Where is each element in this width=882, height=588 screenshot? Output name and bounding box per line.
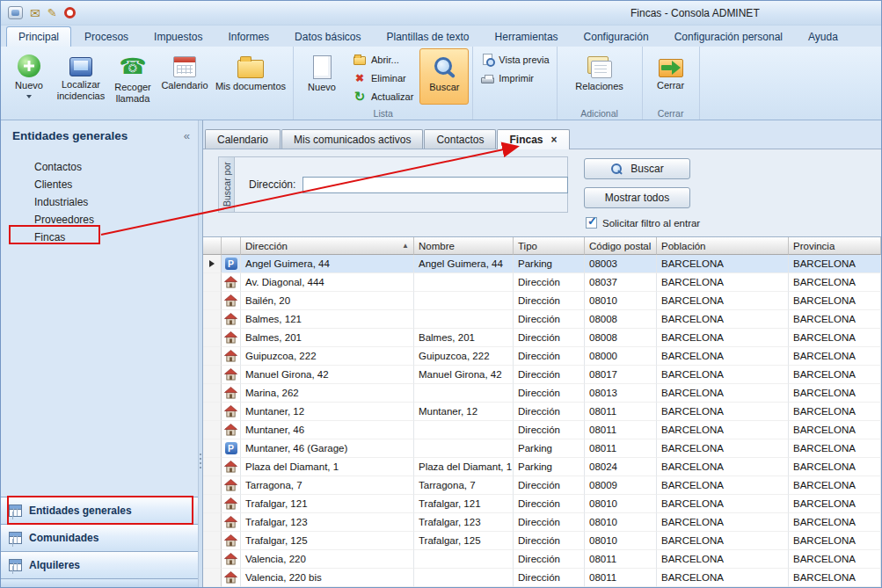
mis-documentos-button[interactable]: Mis documentos (212, 48, 289, 105)
table-icon (9, 505, 22, 517)
sidebar-item-industriales[interactable]: Industriales (1, 193, 198, 211)
collapse-sidebar-icon[interactable]: « (184, 129, 190, 142)
doc-tab-fincas[interactable]: Fincas× (497, 129, 569, 149)
mail-icon[interactable] (30, 6, 40, 20)
mostrar-todos-button[interactable]: Mostrar todos (584, 187, 690, 208)
grid-header-direccion[interactable]: Dirección▲ (241, 237, 414, 255)
grid-header-provincia[interactable]: Provincia (789, 237, 881, 255)
imprimir-button[interactable]: Imprimir (477, 70, 552, 85)
app-icon[interactable] (8, 6, 23, 19)
abrir-button[interactable]: Abrir... (349, 52, 417, 67)
column-label: Población (661, 241, 706, 251)
row-selector-cell[interactable] (203, 476, 222, 495)
doc-tab-label: Calendario (217, 134, 268, 146)
table-row[interactable]: Manuel Girona, 42Manuel Girona, 42Direcc… (203, 366, 881, 384)
sidebar-item-clientes[interactable]: Clientes (1, 176, 198, 193)
actualizar-button[interactable]: Actualizar (349, 89, 417, 104)
relaciones-button[interactable]: Relaciones (561, 48, 638, 105)
ribbon-tab-principal[interactable]: Principal (6, 26, 71, 47)
table-row[interactable]: Muntaner, 46Dirección08011BARCELONABARCE… (203, 421, 881, 439)
table-row[interactable]: Muntaner, 46 (Garage)Parking08011BARCELO… (203, 439, 881, 458)
row-selector-cell[interactable] (203, 366, 222, 384)
cerrar-button[interactable]: Cerrar (646, 48, 696, 105)
buscar-por-vertical-tab[interactable]: Buscar por (219, 157, 235, 212)
row-selector-cell[interactable] (203, 439, 222, 458)
sidebar-item-proveedores[interactable]: Proveedores (1, 211, 198, 229)
table-row[interactable]: Trafalgar, 125Trafalgar, 125Dirección080… (203, 532, 881, 550)
localizar-incidencias-button[interactable]: Localizar incidencias (56, 48, 106, 105)
doc-tab-contactos[interactable]: Contactos (424, 129, 496, 149)
table-row[interactable]: Muntaner, 12Muntaner, 12Dirección08011BA… (203, 403, 881, 421)
table-row[interactable]: Plaza del Diamant, 1Plaza del Diamant, 1… (203, 458, 881, 476)
nav-section-comunidades[interactable]: Comunidades (1, 524, 198, 551)
table-row[interactable]: Trafalgar, 123Trafalgar, 123Dirección080… (203, 513, 881, 532)
row-selector-cell[interactable] (203, 421, 222, 439)
recoger-llamada-button[interactable]: Recoger llamada (108, 48, 157, 106)
table-row[interactable]: Marina, 262Dirección08013BARCELONABARCEL… (203, 384, 881, 403)
ribbon-tab-informes[interactable]: Informes (215, 26, 281, 47)
notes-icon[interactable] (47, 6, 57, 19)
vista-previa-button[interactable]: Vista previa (477, 52, 552, 67)
checkbox-icon[interactable] (586, 217, 597, 229)
table-row[interactable]: Valencia, 220Dirección08011BARCELONABARC… (203, 550, 881, 569)
ribbon-tab-configuracion-personal[interactable]: Configuración personal (662, 26, 795, 47)
cell-direccion: Balmes, 121 (241, 310, 414, 329)
buscar-button[interactable]: Buscar (584, 158, 690, 179)
sidebar-item-contactos[interactable]: Contactos (1, 158, 198, 176)
table-row[interactable]: Av. Diagonal, 444Dirección08037BARCELONA… (203, 273, 881, 292)
table-row[interactable]: Valencia, 220 bisDirección08011BARCELONA… (203, 569, 881, 587)
table-row[interactable]: Trafalgar, 121Trafalgar, 121Dirección080… (203, 495, 881, 513)
table-row[interactable]: Balmes, 201Balmes, 201Dirección08008BARC… (203, 329, 881, 347)
row-selector-cell[interactable] (203, 273, 222, 292)
doc-tab-calendario[interactable]: Calendario (205, 129, 281, 149)
row-selector-cell[interactable] (203, 384, 222, 403)
table-row[interactable]: Angel Guimera, 44Angel Guimera, 44Parkin… (203, 255, 881, 273)
buscar-ribbon-button[interactable]: Buscar (419, 48, 469, 105)
row-selector-cell[interactable] (203, 310, 222, 329)
nuevo-button[interactable]: Nuevo (4, 48, 54, 105)
row-selector-cell[interactable] (203, 329, 222, 347)
calendario-button[interactable]: Calendario (160, 48, 209, 105)
direccion-input[interactable] (303, 177, 568, 193)
row-selector-cell[interactable] (203, 569, 222, 587)
grid-header-poblacion[interactable]: Población (657, 237, 789, 255)
grid-header-codigo-postal[interactable]: Código postal (585, 237, 657, 255)
cell-nombre: Muntaner, 12 (414, 403, 514, 421)
building-icon (224, 313, 237, 325)
solicitar-filtro-checkbox[interactable]: Solicitar filtro al entrar (586, 217, 700, 229)
eliminar-button[interactable]: Eliminar (349, 70, 417, 85)
table-row[interactable]: Balmes, 121Dirección08008BARCELONABARCEL… (203, 310, 881, 329)
close-tab-icon[interactable]: × (550, 134, 557, 145)
grid-header-tipo[interactable]: Tipo (514, 237, 585, 255)
row-selector-cell[interactable] (203, 550, 222, 569)
ribbon-tab-procesos[interactable]: Procesos (72, 26, 141, 47)
row-selector-cell[interactable] (203, 513, 222, 532)
table-row[interactable]: Bailén, 20Dirección08010BARCELONABARCELO… (203, 292, 881, 310)
nav-section-entidades-generales[interactable]: Entidades generales (1, 497, 198, 524)
nav-section-alquileres[interactable]: Alquileres (1, 551, 198, 578)
row-selector-cell[interactable] (203, 403, 222, 421)
ribbon-tab-datos-basicos[interactable]: Datos básicos (282, 26, 373, 47)
row-selector-cell[interactable] (203, 255, 222, 273)
sidebar-item-fincas[interactable]: Fincas (1, 229, 198, 246)
row-selector-cell[interactable] (203, 495, 222, 513)
row-selector-cell[interactable] (203, 458, 222, 476)
ribbon-tab-herramientas[interactable]: Herramientas (483, 26, 571, 47)
building-icon (224, 461, 237, 473)
cell-nombre (414, 421, 514, 439)
current-row-arrow-icon (209, 260, 215, 267)
table-row[interactable]: Tarragona, 7Tarragona, 7Dirección08009BA… (203, 476, 881, 495)
row-selector-cell[interactable] (203, 532, 222, 550)
record-icon[interactable] (64, 7, 76, 18)
grid-header-nombre[interactable]: Nombre (414, 237, 514, 255)
table-row[interactable]: Guipuzcoa, 222Guipuzcoa, 222Dirección080… (203, 347, 881, 366)
cell-cp: 08010 (585, 532, 657, 550)
ribbon-tab-ayuda[interactable]: Ayuda (796, 26, 850, 47)
row-selector-cell[interactable] (203, 347, 222, 366)
row-selector-cell[interactable] (203, 292, 222, 310)
ribbon-tab-impuestos[interactable]: Impuestos (142, 26, 215, 47)
doc-tab-mis-comunicados-activos[interactable]: Mis comunicados activos (281, 129, 423, 149)
ribbon-tab-plantillas-de-texto[interactable]: Plantillas de texto (374, 26, 481, 47)
ribbon-tab-configuracion[interactable]: Configuración (572, 26, 661, 47)
nuevo-lista-button[interactable]: Nuevo (297, 48, 346, 105)
